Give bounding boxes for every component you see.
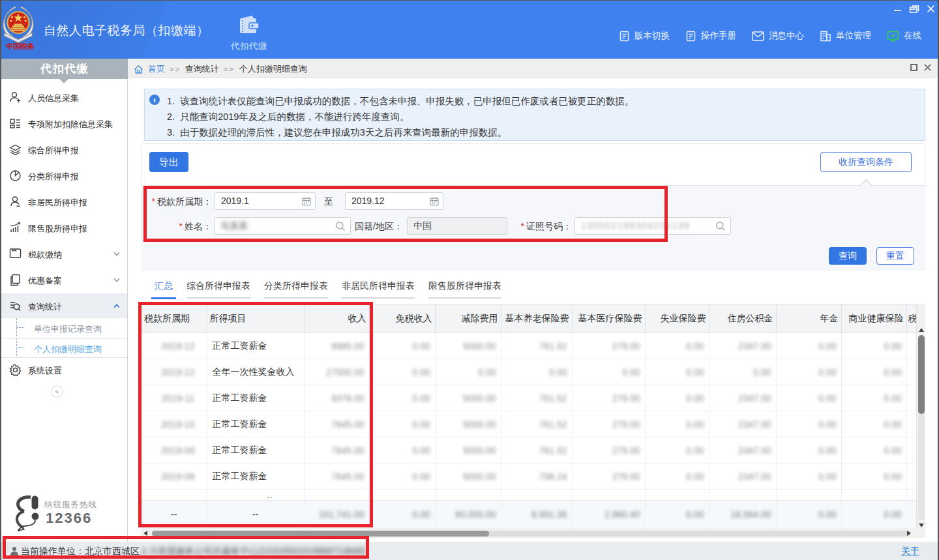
- svg-text:中国税务: 中国税务: [6, 42, 35, 50]
